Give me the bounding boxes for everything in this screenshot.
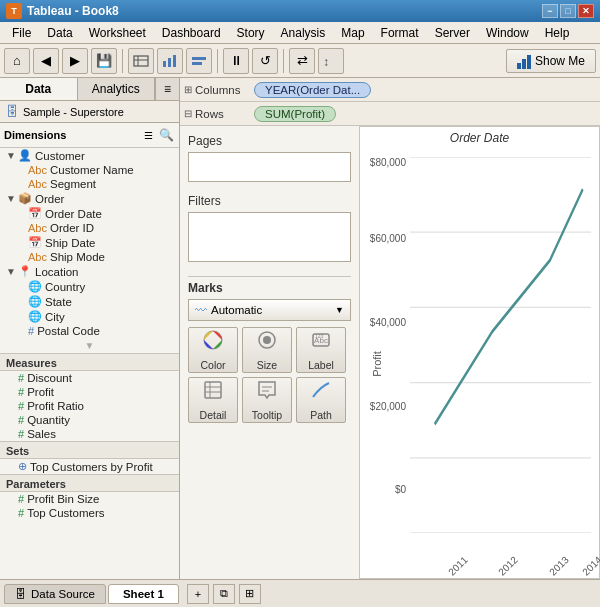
toolbar-refresh[interactable]: ↺: [252, 48, 278, 74]
toolbar-chart1[interactable]: [157, 48, 183, 74]
leaf-spacer5: [16, 237, 28, 248]
minimize-button[interactable]: −: [542, 4, 558, 18]
tree-ship-mode[interactable]: Abc Ship Mode: [0, 250, 179, 264]
menu-format[interactable]: Format: [373, 24, 427, 42]
tree-top-customers-param[interactable]: # Top Customers: [0, 506, 179, 520]
svg-text:↕: ↕: [323, 55, 329, 69]
toolbar-chart2[interactable]: [186, 48, 212, 74]
tree-location-group[interactable]: ▼ 📍 Location: [0, 264, 179, 279]
new-dashboard-button[interactable]: ⊞: [239, 584, 261, 604]
leaf-spacer-tcp: [6, 508, 18, 519]
sets-header: Sets: [0, 441, 179, 459]
marks-type-dropdown[interactable]: 〰 Automatic ▼: [188, 299, 351, 321]
toolbar-pause[interactable]: ⏸: [223, 48, 249, 74]
rows-pill[interactable]: SUM(Profit): [254, 106, 336, 122]
pages-drop-area[interactable]: [188, 152, 351, 182]
tree-order-date[interactable]: 📅 Order Date: [0, 206, 179, 221]
close-button[interactable]: ✕: [578, 4, 594, 18]
marks-tooltip-button[interactable]: Tooltip: [242, 377, 292, 423]
menu-window[interactable]: Window: [478, 24, 537, 42]
leaf-spacer9: [16, 311, 28, 322]
tree-sales[interactable]: # Sales: [0, 427, 179, 441]
tree-order-group[interactable]: ▼ 📦 Order: [0, 191, 179, 206]
order-group-label: Order: [35, 193, 64, 205]
toolbar-forward[interactable]: ▶: [62, 48, 88, 74]
datasource-bar: 🗄 Sample - Superstore: [0, 101, 179, 123]
toolbar-datasource[interactable]: [128, 48, 154, 74]
abc-icon-shipmode: Abc: [28, 251, 47, 263]
toolbar-sort[interactable]: ↕: [318, 48, 344, 74]
tab-analytics[interactable]: Analytics: [78, 78, 156, 100]
maximize-button[interactable]: □: [560, 4, 576, 18]
tree-discount[interactable]: # Discount: [0, 371, 179, 385]
filters-drop-area[interactable]: [188, 212, 351, 262]
leaf-spacer8: [16, 296, 28, 307]
filters-label: Filters: [188, 192, 351, 212]
hash-icon-tcp: #: [18, 507, 24, 519]
tree-city[interactable]: 🌐 City: [0, 309, 179, 324]
menu-worksheet[interactable]: Worksheet: [81, 24, 154, 42]
menu-help[interactable]: Help: [537, 24, 578, 42]
search-icon[interactable]: 🔍: [157, 126, 175, 144]
leaf-spacer-tc: [6, 461, 18, 472]
menu-analysis[interactable]: Analysis: [273, 24, 334, 42]
segment-label: Segment: [50, 178, 96, 190]
marks-detail-button[interactable]: Detail: [188, 377, 238, 423]
show-me-button[interactable]: Show Me: [506, 49, 596, 73]
tree-profit[interactable]: # Profit: [0, 385, 179, 399]
tooltip-label: Tooltip: [252, 409, 282, 421]
tree-state[interactable]: 🌐 State: [0, 294, 179, 309]
tree-ship-date[interactable]: 📅 Ship Date: [0, 235, 179, 250]
scroll-indicator: ▼: [0, 338, 179, 353]
tab-data[interactable]: Data: [0, 78, 78, 100]
title-bar: T Tableau - Book8 − □ ✕: [0, 0, 600, 22]
line-chart-icon: 〰: [195, 304, 207, 316]
menu-map[interactable]: Map: [333, 24, 372, 42]
tree-postal-code[interactable]: # Postal Code: [0, 324, 179, 338]
panel-menu-icon[interactable]: ≡: [155, 78, 179, 100]
tree-top-customers[interactable]: ⊕ Top Customers by Profit: [0, 459, 179, 474]
list-view-icon[interactable]: ☰: [139, 126, 157, 144]
menu-file[interactable]: File: [4, 24, 39, 42]
marks-panel: Pages Filters Marks 〰 Automatic: [180, 126, 360, 579]
tree-profit-bin-size[interactable]: # Profit Bin Size: [0, 492, 179, 506]
tree-segment[interactable]: Abc Segment: [0, 177, 179, 191]
x-label-2012: 2012: [497, 554, 521, 578]
columns-pill[interactable]: YEAR(Order Dat...: [254, 82, 371, 98]
menu-story[interactable]: Story: [229, 24, 273, 42]
menu-data[interactable]: Data: [39, 24, 80, 42]
sep1: [122, 49, 123, 73]
pages-section: Pages: [184, 130, 355, 190]
y-label-0: $0: [368, 484, 406, 495]
toolbar-save[interactable]: 💾: [91, 48, 117, 74]
marks-label-button[interactable]: Abc 123 Label: [296, 327, 346, 373]
hash-icon-profit-ratio: #: [18, 400, 24, 412]
datasource-name[interactable]: Sample - Superstore: [23, 106, 124, 118]
leaf-spacer10: [16, 326, 28, 337]
tree-customer-group[interactable]: ▼ 👤 Customer: [0, 148, 179, 163]
tree-customer-name[interactable]: Abc Customer Name: [0, 163, 179, 177]
tree-profit-ratio[interactable]: # Profit Ratio: [0, 399, 179, 413]
toolbar-back[interactable]: ◀: [33, 48, 59, 74]
leaf-spacer6: [16, 252, 28, 263]
tree-order-id[interactable]: Abc Order ID: [0, 221, 179, 235]
new-worksheet-button[interactable]: +: [187, 584, 209, 604]
chart-area: Order Date Profit: [360, 126, 600, 579]
datasource-tab[interactable]: 🗄 Data Source: [4, 584, 106, 604]
marks-size-button[interactable]: Size: [242, 327, 292, 373]
menu-dashboard[interactable]: Dashboard: [154, 24, 229, 42]
toolbar-home[interactable]: ⌂: [4, 48, 30, 74]
duplicate-sheet-button[interactable]: ⧉: [213, 584, 235, 604]
toolbar-swap[interactable]: ⇄: [289, 48, 315, 74]
tree-country[interactable]: 🌐 Country: [0, 279, 179, 294]
pages-label: Pages: [188, 132, 351, 152]
leaf-spacer-s: [6, 429, 18, 440]
marks-color-button[interactable]: Color: [188, 327, 238, 373]
map-icon-state: 🌐: [28, 295, 42, 308]
sheet1-tab[interactable]: Sheet 1: [108, 584, 179, 604]
menu-server[interactable]: Server: [427, 24, 478, 42]
marks-path-button[interactable]: Path: [296, 377, 346, 423]
tree-quantity[interactable]: # Quantity: [0, 413, 179, 427]
dimension-tree: ▼ 👤 Customer Abc Customer Name Abc Segme…: [0, 148, 179, 579]
window-controls[interactable]: − □ ✕: [542, 4, 594, 18]
